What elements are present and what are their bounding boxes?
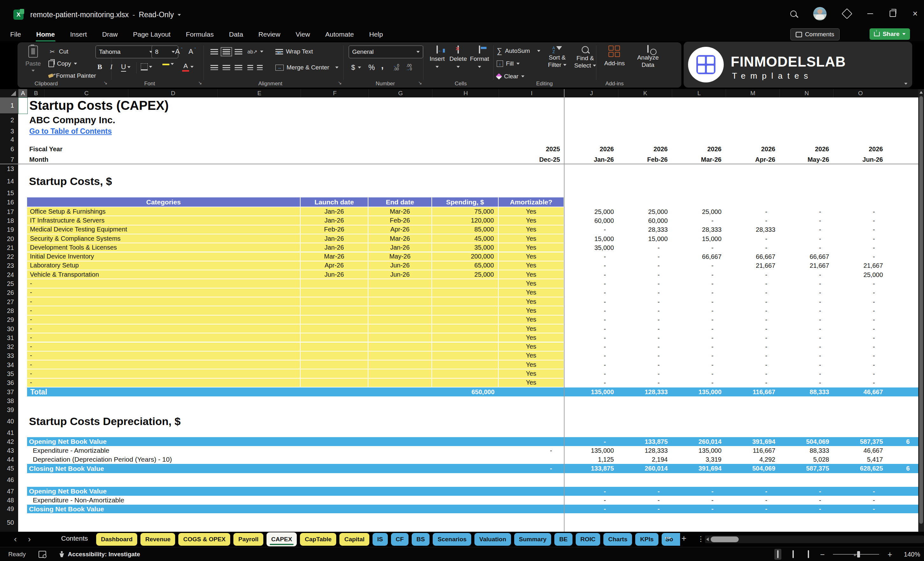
bold-button[interactable]: B bbox=[98, 63, 102, 71]
menu-item-view[interactable]: View bbox=[295, 29, 310, 39]
row-header-4[interactable]: 4 bbox=[0, 136, 18, 143]
row-header-30[interactable]: 30 bbox=[0, 324, 18, 333]
column-header-C[interactable]: C bbox=[44, 89, 128, 98]
new-sheet-button[interactable]: + bbox=[681, 534, 687, 543]
percent-style-button[interactable]: % bbox=[368, 63, 375, 72]
tab-be[interactable]: BE bbox=[554, 533, 572, 546]
row-header-48[interactable]: 48 bbox=[0, 496, 18, 505]
wrap-text-button[interactable]: Wrap Text bbox=[275, 47, 313, 56]
accounting-format-button[interactable]: $ bbox=[351, 63, 361, 72]
row-header-18[interactable]: 18 bbox=[0, 216, 18, 225]
row-header-37[interactable]: 37 bbox=[0, 387, 18, 396]
row-header-43[interactable]: 43 bbox=[0, 446, 18, 455]
zoom-slider[interactable]: + bbox=[833, 554, 879, 555]
autosum-button[interactable]: ∑AutoSum bbox=[497, 46, 540, 56]
column-header-N[interactable]: N bbox=[780, 89, 834, 98]
row-header-22[interactable]: 22 bbox=[0, 252, 18, 261]
tab-dashboard[interactable]: Dashboard bbox=[96, 533, 137, 546]
menu-item-home[interactable]: Home bbox=[36, 29, 56, 39]
row-header-42[interactable]: 42 bbox=[0, 437, 18, 446]
menu-item-automate[interactable]: Automate bbox=[325, 29, 355, 39]
tab-payroll[interactable]: Payroll bbox=[233, 533, 263, 546]
row-header-44[interactable]: 44 bbox=[0, 455, 18, 464]
row-header-6[interactable]: 6 bbox=[0, 143, 18, 155]
tab-cf[interactable]: CF bbox=[391, 533, 408, 546]
column-header-D[interactable]: D bbox=[128, 89, 218, 98]
row-header-40[interactable]: 40 bbox=[0, 414, 18, 428]
align-center-icon[interactable] bbox=[222, 65, 230, 70]
font-size-select[interactable]: 8 bbox=[152, 45, 178, 58]
menu-item-draw[interactable]: Draw bbox=[102, 29, 118, 39]
share-button[interactable]: Share bbox=[870, 28, 910, 40]
cut-button[interactable]: ✂Cut bbox=[48, 47, 69, 56]
zoom-out-button[interactable]: − bbox=[820, 550, 825, 559]
row-header-3[interactable]: 3 bbox=[0, 127, 18, 136]
row-header-1[interactable]: 1 bbox=[0, 98, 18, 113]
menu-item-page-layout[interactable]: Page Layout bbox=[132, 29, 171, 39]
orientation-button[interactable]: ab↗ bbox=[248, 47, 263, 56]
tab-capex[interactable]: CAPEX bbox=[267, 532, 297, 546]
normal-view-button[interactable] bbox=[774, 549, 782, 560]
increase-decimal-button[interactable]: ←0.00 bbox=[393, 63, 399, 72]
zoom-level[interactable]: 140% bbox=[900, 551, 920, 558]
tab-roic[interactable]: ROIC bbox=[576, 533, 600, 546]
tab-scenarios[interactable]: Scenarios bbox=[433, 533, 471, 546]
column-header-I[interactable]: I bbox=[499, 89, 564, 98]
menu-item-data[interactable]: Data bbox=[228, 29, 244, 39]
zoom-in-button[interactable]: + bbox=[887, 550, 892, 559]
find-select-button[interactable]: Find &Select bbox=[573, 46, 598, 69]
row-header-23[interactable]: 23 bbox=[0, 261, 18, 270]
tab-valuation[interactable]: Valuation bbox=[474, 533, 511, 546]
column-header-B[interactable]: B bbox=[27, 89, 45, 98]
column-header-K[interactable]: K bbox=[618, 89, 672, 98]
page-layout-view-button[interactable] bbox=[790, 549, 796, 560]
scroll-up-icon[interactable] bbox=[920, 91, 923, 94]
close-button[interactable]: × bbox=[912, 9, 918, 18]
column-header-M[interactable]: M bbox=[726, 89, 780, 98]
insert-cells-button[interactable]: ←▮ Insert bbox=[427, 46, 447, 69]
prev-sheet-button[interactable]: ‹ bbox=[14, 534, 17, 544]
row-header-27[interactable]: 27 bbox=[0, 297, 18, 306]
horizontal-scrollbar-thumb[interactable] bbox=[711, 537, 739, 542]
row-header-36[interactable]: 36 bbox=[0, 379, 18, 387]
delete-cells-button[interactable]: ✕ Delete bbox=[448, 46, 468, 69]
row-header-28[interactable]: 28 bbox=[0, 306, 18, 315]
align-left-icon[interactable] bbox=[210, 65, 218, 70]
align-top-icon[interactable] bbox=[210, 49, 218, 54]
copy-button[interactable]: Copy bbox=[48, 59, 77, 69]
decrease-indent-icon[interactable] bbox=[248, 65, 253, 70]
comments-button[interactable]: Comments bbox=[790, 28, 840, 40]
column-header-F[interactable]: F bbox=[301, 89, 369, 98]
chevron-down-icon[interactable] bbox=[178, 14, 181, 16]
more-sheets-button[interactable]: ••• bbox=[665, 535, 671, 542]
tab-cogs-opex[interactable]: COGS & OPEX bbox=[178, 533, 230, 546]
sheet-area[interactable] bbox=[18, 98, 918, 532]
row-header-25[interactable]: 25 bbox=[0, 279, 18, 288]
column-header-A[interactable]: A bbox=[18, 89, 27, 98]
comma-style-button[interactable]: , bbox=[381, 61, 384, 70]
clear-button[interactable]: Clear bbox=[497, 72, 524, 81]
macro-record-icon[interactable] bbox=[39, 551, 46, 558]
tab-capital[interactable]: Capital bbox=[339, 533, 369, 546]
tab-bs[interactable]: BS bbox=[412, 533, 429, 546]
row-header-38[interactable]: 38 bbox=[0, 396, 18, 405]
menu-item-file[interactable]: File bbox=[9, 29, 22, 39]
sheet-options-button[interactable]: ⋮ bbox=[697, 535, 704, 543]
tab-kpis[interactable]: KPIs bbox=[635, 533, 658, 546]
grow-font-button[interactable]: Aˆ bbox=[175, 48, 183, 56]
tab-charts[interactable]: Charts bbox=[603, 533, 632, 546]
row-header-7[interactable]: 7 bbox=[0, 155, 18, 164]
row-header-21[interactable]: 21 bbox=[0, 243, 18, 252]
number-format-select[interactable]: General bbox=[349, 45, 423, 58]
restore-button[interactable] bbox=[890, 10, 896, 17]
format-painter-button[interactable]: Format Painter bbox=[48, 71, 96, 81]
row-header-39[interactable]: 39 bbox=[0, 405, 18, 414]
row-header-50[interactable]: 50 bbox=[0, 513, 18, 532]
analyze-data-button[interactable]: AnalyzeData bbox=[634, 45, 662, 69]
column-header-G[interactable]: G bbox=[368, 89, 432, 98]
merge-center-button[interactable]: ↔Merge & Center bbox=[275, 63, 339, 72]
row-header-47[interactable]: 47 bbox=[0, 487, 18, 496]
scroll-left-icon[interactable] bbox=[706, 537, 709, 541]
page-break-view-button[interactable] bbox=[805, 549, 812, 560]
align-bottom-icon[interactable] bbox=[235, 49, 242, 54]
